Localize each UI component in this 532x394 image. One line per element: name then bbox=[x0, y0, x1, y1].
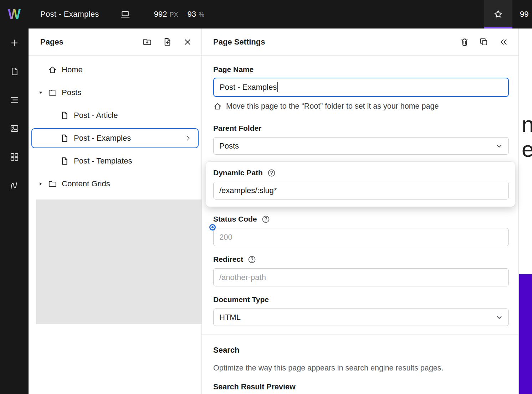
close-pages-icon[interactable] bbox=[183, 37, 192, 47]
clipped-topbar-number: 99 bbox=[520, 0, 532, 28]
chevron-down-icon bbox=[495, 313, 503, 322]
home-page-hint-text: Move this page to the “Root” folder to s… bbox=[226, 102, 439, 111]
top-bar: W Post - Examples 992 PX 93 % 99 bbox=[0, 0, 532, 28]
canvas-text-line: n bbox=[522, 113, 532, 135]
pages-tree: Home Posts Post - Article bbox=[29, 56, 201, 195]
duplicate-page-icon[interactable] bbox=[479, 37, 488, 47]
canvas-width-value: 992 bbox=[154, 10, 167, 19]
home-icon bbox=[213, 102, 222, 111]
page-name-value: Post - Examples bbox=[220, 83, 277, 92]
zoom-unit: % bbox=[199, 11, 204, 19]
page-icon bbox=[60, 156, 69, 166]
tree-item-post-examples-selected[interactable]: Post - Examples bbox=[31, 128, 199, 148]
page-settings-panel: Page Settings Page Name Post - Examples bbox=[202, 28, 519, 394]
brand-n-icon[interactable] bbox=[9, 181, 19, 191]
dynamic-path-label-row: Dynamic Path bbox=[213, 168, 509, 177]
redirect-label-row: Redirect bbox=[213, 255, 509, 264]
dynamic-path-input[interactable] bbox=[213, 182, 509, 199]
onboarding-beacon-dot[interactable] bbox=[210, 225, 215, 229]
tree-item-post-templates[interactable]: Post - Templates bbox=[29, 150, 201, 172]
help-icon[interactable] bbox=[267, 169, 276, 177]
settings-title: Page Settings bbox=[213, 37, 460, 47]
star-icon bbox=[493, 9, 503, 19]
logo-box[interactable]: W bbox=[0, 7, 29, 21]
help-icon[interactable] bbox=[247, 255, 256, 264]
document-type-select[interactable]: HTML bbox=[213, 309, 509, 326]
collapse-panel-icon[interactable] bbox=[498, 37, 508, 47]
tree-item-home[interactable]: Home bbox=[29, 58, 201, 81]
home-icon bbox=[48, 65, 57, 74]
parent-folder-label: Parent Folder bbox=[213, 124, 509, 133]
add-plus-icon[interactable] bbox=[10, 38, 19, 48]
search-result-preview-label: Search Result Preview bbox=[213, 383, 509, 392]
current-page-title: Post - Examples bbox=[40, 10, 99, 19]
search-section-description: Optimize the way this page appears in se… bbox=[213, 363, 509, 373]
delete-page-icon[interactable] bbox=[460, 37, 469, 47]
tree-item-post-article[interactable]: Post - Article bbox=[29, 104, 201, 127]
app-window: W Post - Examples 992 PX 93 % 99 bbox=[0, 0, 532, 394]
assets-image-icon[interactable] bbox=[10, 124, 19, 133]
chevron-right-icon[interactable] bbox=[184, 134, 192, 142]
left-toolbar bbox=[0, 28, 29, 394]
document-type-value: HTML bbox=[219, 313, 495, 322]
tree-item-label: Posts bbox=[62, 88, 81, 97]
brand-logo: W bbox=[8, 7, 21, 21]
zoom-control[interactable]: 93 % bbox=[187, 10, 204, 19]
new-page-icon[interactable] bbox=[163, 37, 172, 47]
folder-icon bbox=[48, 179, 57, 188]
new-folder-icon[interactable] bbox=[142, 37, 152, 47]
pages-panel: Pages Home bbox=[29, 28, 202, 394]
pages-panel-icon[interactable] bbox=[10, 67, 19, 76]
canvas-text-line: e bbox=[522, 138, 532, 160]
status-code-label-row: Status Code bbox=[213, 214, 509, 224]
tree-item-content-grids-folder[interactable]: Content Grids bbox=[29, 172, 201, 195]
text-cursor bbox=[277, 82, 278, 92]
document-type-label: Document Type bbox=[213, 295, 509, 304]
canvas-width-control[interactable]: 992 PX bbox=[154, 10, 178, 19]
help-icon[interactable] bbox=[261, 215, 270, 224]
zoom-value: 93 bbox=[187, 10, 196, 19]
tree-item-label: Post - Article bbox=[74, 111, 118, 120]
page-name-input[interactable]: Post - Examples bbox=[213, 78, 509, 97]
pages-panel-header: Pages bbox=[29, 28, 201, 56]
canvas-width-unit: PX bbox=[169, 11, 178, 19]
redirect-label: Redirect bbox=[213, 255, 243, 264]
page-icon bbox=[60, 111, 69, 120]
parent-folder-value: Posts bbox=[219, 141, 495, 151]
dimmed-region bbox=[36, 199, 201, 324]
chevron-down-icon bbox=[495, 142, 503, 150]
folder-icon bbox=[48, 88, 57, 97]
tree-item-label: Content Grids bbox=[62, 179, 110, 188]
settings-header: Page Settings bbox=[202, 28, 518, 56]
tree-item-label: Post - Templates bbox=[74, 156, 132, 166]
tree-item-label: Home bbox=[62, 65, 83, 74]
redirect-input[interactable] bbox=[213, 268, 509, 286]
components-icon[interactable] bbox=[10, 152, 19, 162]
home-page-hint: Move this page to the “Root” folder to s… bbox=[213, 102, 509, 111]
caret-down-icon[interactable] bbox=[38, 90, 44, 95]
parent-folder-select[interactable]: Posts bbox=[213, 137, 509, 155]
favorites-tab[interactable] bbox=[484, 0, 512, 28]
dynamic-path-spotlight-card: Dynamic Path bbox=[206, 162, 515, 207]
tree-item-label: Post - Examples bbox=[74, 134, 131, 143]
search-section-title: Search bbox=[213, 346, 509, 355]
breakpoint-device-icon[interactable] bbox=[120, 9, 131, 20]
divider bbox=[202, 335, 518, 335]
tree-item-posts-folder[interactable]: Posts bbox=[29, 81, 201, 104]
page-icon bbox=[60, 134, 69, 143]
navigator-icon[interactable] bbox=[10, 95, 19, 105]
dynamic-path-label: Dynamic Path bbox=[213, 168, 263, 177]
caret-right-icon[interactable] bbox=[38, 181, 44, 186]
canvas-strip: n e bbox=[519, 28, 532, 394]
status-code-label: Status Code bbox=[213, 214, 257, 224]
status-code-input[interactable] bbox=[213, 228, 509, 246]
page-name-label: Page Name bbox=[213, 65, 509, 74]
canvas-purple-section bbox=[519, 274, 532, 394]
pages-panel-title: Pages bbox=[40, 37, 142, 47]
